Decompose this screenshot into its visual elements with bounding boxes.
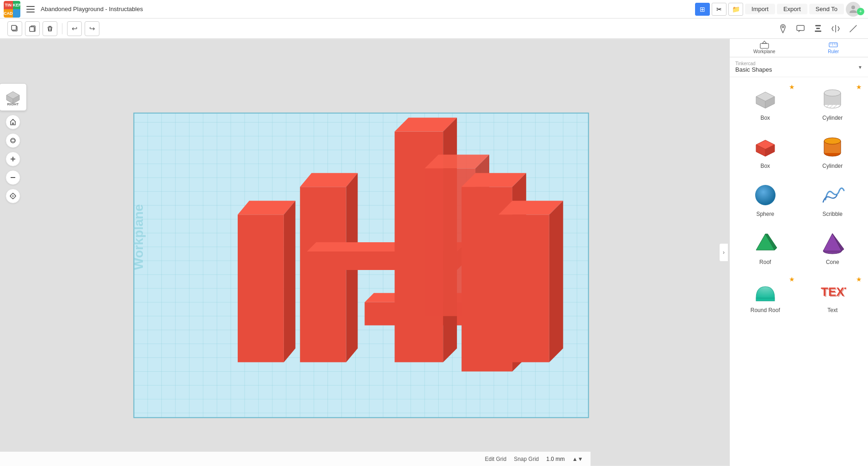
- export-button[interactable]: Export: [777, 4, 807, 14]
- add-user-icon[interactable]: +: [857, 8, 864, 15]
- svg-point-21: [12, 196, 14, 197]
- bottom-bar: Edit Grid Snap Grid 1.0 mm ▲▼: [0, 451, 591, 466]
- shape-item-cone[interactable]: Cone: [801, 225, 865, 270]
- shape-icon-cylinder-orange: [816, 133, 849, 161]
- svg-rect-6: [30, 27, 34, 31]
- right-panel: Workplane Ruler Tinkercad Basic Shapes: [729, 39, 868, 466]
- import-button[interactable]: Import: [745, 4, 775, 14]
- zoom-out-button[interactable]: [6, 170, 20, 185]
- top-right-buttons: ⊞ ✂ 📁 Import Export Send To +: [695, 2, 864, 17]
- svg-point-7: [782, 26, 784, 28]
- shape-item-box-gray[interactable]: ★ Box: [733, 81, 797, 125]
- shape-item-cylinder-orange[interactable]: Cylinder: [801, 129, 865, 173]
- toolbar: ↩ ↪: [0, 18, 868, 39]
- view-cube[interactable]: RIGHT: [0, 83, 27, 111]
- snap-arrow-icon[interactable]: ▲▼: [572, 456, 583, 462]
- edit-grid-button[interactable]: Edit Grid: [485, 456, 507, 462]
- star-badge-cyl-gray: ★: [856, 83, 862, 91]
- svg-marker-86: [284, 201, 295, 362]
- svg-marker-109: [762, 41, 766, 43]
- orbit-button[interactable]: [6, 133, 20, 148]
- page-title: Abandoned Playground - Instructables: [41, 6, 691, 12]
- shape-label-cone: Cone: [826, 259, 839, 265]
- location-icon[interactable]: [776, 21, 790, 36]
- svg-rect-9: [815, 25, 821, 26]
- workplane-svg: Workplane: [0, 39, 729, 466]
- redo-button[interactable]: ↪: [85, 21, 99, 36]
- category-provider: Tinkercad: [735, 61, 772, 66]
- shape-icon-box-gray: [749, 85, 782, 113]
- home-view-button[interactable]: [6, 115, 20, 129]
- viewport-controls: RIGHT: [0, 78, 26, 209]
- shape-label-cyl-gray: Cylinder: [822, 115, 843, 121]
- snap-value[interactable]: 1.0 mm: [546, 456, 565, 462]
- shape-icon-cylinder-gray: [816, 85, 849, 113]
- svg-point-135: [755, 185, 776, 205]
- shape-category-selector[interactable]: Tinkercad Basic Shapes ▼: [730, 57, 868, 77]
- tab-ruler-label: Ruler: [828, 49, 839, 54]
- svg-rect-1: [26, 9, 35, 10]
- svg-rect-0: [26, 6, 35, 7]
- svg-point-132: [824, 138, 841, 144]
- category-name: Basic Shapes: [735, 66, 772, 73]
- logo-extra: CAD: [4, 9, 13, 18]
- comment-icon[interactable]: [793, 21, 808, 36]
- tools-view-btn[interactable]: ✂: [712, 3, 726, 16]
- copy-button[interactable]: [25, 21, 40, 36]
- mirror-icon[interactable]: [828, 21, 843, 36]
- shape-item-roof[interactable]: Roof: [733, 225, 797, 270]
- measure-icon[interactable]: [846, 21, 861, 36]
- menu-icon[interactable]: [24, 3, 37, 16]
- duplicate-button[interactable]: [7, 21, 22, 36]
- shape-icon-scribble: [816, 181, 849, 209]
- tab-ruler[interactable]: Ruler: [799, 39, 868, 57]
- svg-marker-107: [549, 201, 563, 362]
- shape-icon-sphere: [749, 181, 782, 209]
- tab-workplane[interactable]: Workplane: [730, 39, 799, 57]
- shape-item-cylinder-gray[interactable]: ★ Cylinder: [801, 81, 865, 125]
- tab-workplane-label: Workplane: [753, 49, 776, 54]
- shape-label-cyl-orange: Cylinder: [822, 163, 843, 169]
- svg-marker-87: [300, 187, 346, 362]
- folder-view-btn[interactable]: 📁: [728, 3, 743, 16]
- svg-point-16: [11, 138, 15, 143]
- shape-label-roof: Roof: [759, 259, 771, 265]
- separator-1: [62, 23, 62, 34]
- svg-rect-11: [815, 31, 821, 32]
- shape-label-box-red: Box: [760, 163, 770, 169]
- sendto-button[interactable]: Send To: [809, 4, 844, 14]
- snap-grid-label: Snap Grid: [514, 456, 539, 462]
- grid-view-btn[interactable]: ⊞: [695, 3, 710, 16]
- tinkercad-logo[interactable]: TIN KER CAD: [4, 1, 20, 18]
- shape-label-sphere: Sphere: [756, 211, 774, 217]
- right-tools: [776, 21, 861, 36]
- panel-tabs: Workplane Ruler: [730, 39, 868, 57]
- undo-button[interactable]: ↩: [67, 21, 82, 36]
- shape-grid: ★ Box: [730, 77, 868, 466]
- shape-item-text[interactable]: ★ TEXT TEXT Text: [801, 273, 865, 318]
- fit-all-button[interactable]: [6, 189, 20, 203]
- svg-marker-84: [238, 215, 284, 362]
- svg-rect-2: [26, 12, 35, 12]
- canvas-area[interactable]: Workplane: [0, 39, 729, 466]
- svg-point-123: [824, 90, 841, 96]
- shape-label-box-gray: Box: [760, 115, 770, 121]
- shape-item-box-red[interactable]: Box: [733, 129, 797, 173]
- panel-collapse-button[interactable]: ›: [719, 243, 728, 262]
- svg-marker-105: [499, 215, 549, 362]
- shape-item-scribble[interactable]: Scribble: [801, 177, 865, 221]
- svg-rect-141: [756, 298, 775, 301]
- svg-text:Workplane: Workplane: [131, 204, 146, 270]
- align-icon[interactable]: [811, 21, 825, 36]
- category-info: Tinkercad Basic Shapes: [735, 61, 772, 73]
- shape-label-round-roof: Round Roof: [751, 307, 780, 313]
- shape-item-sphere[interactable]: Sphere: [733, 177, 797, 221]
- svg-rect-8: [797, 25, 804, 31]
- svg-rect-5: [12, 25, 16, 30]
- svg-text:TEXT: TEXT: [822, 286, 846, 300]
- category-dropdown-arrow[interactable]: ▼: [858, 65, 862, 70]
- zoom-in-button[interactable]: [6, 152, 20, 166]
- shape-icon-roof: [749, 229, 782, 257]
- shape-item-round-roof[interactable]: ★ Round Roof: [733, 273, 797, 318]
- delete-button[interactable]: [43, 21, 57, 36]
